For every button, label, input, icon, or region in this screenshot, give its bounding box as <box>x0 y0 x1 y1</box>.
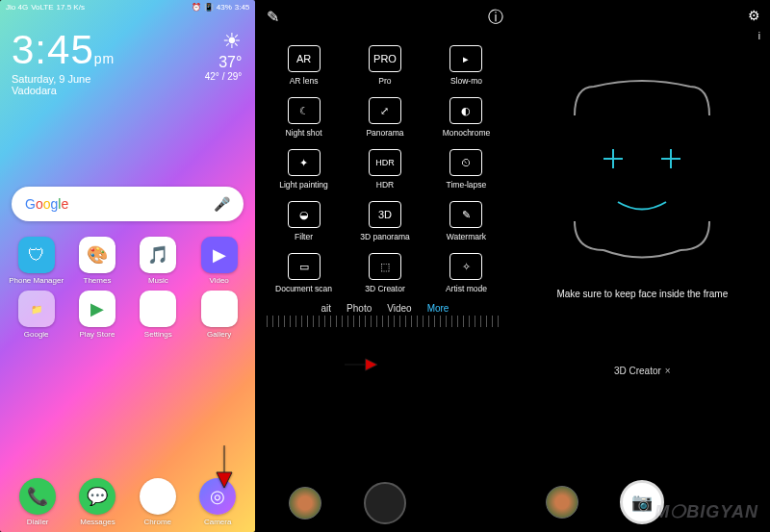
tab-more[interactable]: More <box>427 303 449 314</box>
mode-document-scan[interactable]: ▭Document scan <box>263 253 344 293</box>
clock-ampm: pm <box>94 51 115 66</box>
edit-icon[interactable]: ✎ <box>267 8 279 28</box>
mode-filter[interactable]: ◒Filter <box>263 201 344 241</box>
hdr-icon: HDR <box>369 149 401 176</box>
mode-grid: ARAR lens PROPro ▸Slow-mo ☾Night shot ⤢P… <box>257 36 512 293</box>
dock-dialler[interactable]: 📞Dialler <box>8 478 67 526</box>
mode-light-painting[interactable]: ✦Light painting <box>263 149 344 190</box>
creator-panel: ⚙ i Make sure to keep face inside the fr… <box>515 0 770 532</box>
home-app-grid: 🛡Phone Manager 🎨Themes 🎵Music ▶Video 📁Go… <box>0 221 255 342</box>
mode-badge[interactable]: 3D Creator× <box>515 366 770 376</box>
palette-icon: 🎨 <box>79 237 116 273</box>
shield-icon: 🛡 <box>18 237 55 273</box>
ar-icon: AR <box>288 45 321 72</box>
moon-icon: ☾ <box>288 97 321 124</box>
battery-pct: 43% <box>217 3 232 12</box>
clock-city: Vadodara <box>12 85 244 96</box>
camera-icon: ◎ <box>199 478 236 515</box>
gallery-thumbnail[interactable] <box>546 486 578 519</box>
mode-timelapse[interactable]: ⏲Time-lapse <box>425 149 506 190</box>
app-google-folder[interactable]: 📁Google <box>8 291 64 339</box>
pro-icon: PRO <box>369 45 401 72</box>
app-themes[interactable]: 🎨Themes <box>68 237 125 285</box>
network-label: Jio 4G <box>6 3 28 12</box>
watermark-icon: ✎ <box>449 201 482 228</box>
info-icon[interactable]: i <box>758 31 760 41</box>
status-time: 3:45 <box>235 3 250 12</box>
slowmo-icon: ▸ <box>449 45 482 72</box>
mode-monochrome[interactable]: ◐Monochrome <box>425 97 506 138</box>
shutter-button-disabled <box>364 482 406 524</box>
alarm-icon: ⏰ <box>192 3 201 12</box>
phone-icon: 📞 <box>19 478 56 515</box>
weather-widget[interactable]: ☀ 37° 42° / 29° <box>205 29 243 82</box>
app-play-store[interactable]: ▶Play Store <box>68 291 125 339</box>
mode-artist[interactable]: ✧Artist mode <box>425 253 506 293</box>
info-icon[interactable]: ⓘ <box>488 8 503 28</box>
dock-messages[interactable]: 💬Messages <box>67 478 127 526</box>
app-video[interactable]: ▶Video <box>191 237 247 285</box>
light-icon: ✦ <box>288 149 321 176</box>
weather-temp: 37° <box>205 54 243 71</box>
watermark: M❍BIGYAN <box>654 501 758 522</box>
weather-range: 42° / 29° <box>205 71 243 82</box>
mode-hdr[interactable]: HDRHDR <box>345 149 425 190</box>
hint-text: Make sure to keep face inside the frame <box>515 289 770 299</box>
tab-video[interactable]: Video <box>387 303 411 314</box>
messages-icon: 💬 <box>79 478 116 515</box>
camera-tabs[interactable]: ait Photo Video More <box>257 303 512 314</box>
document-icon: ▭ <box>288 253 321 280</box>
app-music[interactable]: 🎵Music <box>130 237 187 285</box>
monochrome-icon: ◐ <box>449 97 482 124</box>
play-icon: ▶ <box>201 237 238 273</box>
timelapse-icon: ⏲ <box>449 149 482 176</box>
mode-ar-lens[interactable]: ARAR lens <box>263 45 344 86</box>
tab-photo[interactable]: Photo <box>346 303 372 314</box>
settings-icon[interactable]: ⚙ <box>748 8 760 23</box>
app-gallery[interactable]: 🖼Gallery <box>191 291 247 339</box>
home-screen-panel: Jio 4G VoLTE 17.5 K/s ⏰ 📳 43% 3:45 3:45p… <box>0 0 255 532</box>
3d-icon: 3D <box>369 201 401 228</box>
dock: 📞Dialler 💬Messages ◉Chrome ◎Camera <box>0 478 255 526</box>
music-icon: 🎵 <box>140 237 176 273</box>
status-bar: Jio 4G VoLTE 17.5 K/s ⏰ 📳 43% 3:45 <box>0 0 255 13</box>
app-phone-manager[interactable]: 🛡Phone Manager <box>8 237 64 285</box>
face-frame <box>565 77 719 260</box>
mode-3d-panorama[interactable]: 3D3D panorama <box>345 201 425 241</box>
cube-icon: ⬚ <box>369 253 401 280</box>
mode-panorama[interactable]: ⤢Panorama <box>345 97 425 138</box>
sun-icon: ☀ <box>205 29 243 54</box>
filter-icon: ◒ <box>288 201 321 228</box>
vibrate-icon: 📳 <box>204 3 214 12</box>
arrow-annotation-3d-creator <box>345 353 377 376</box>
folder-icon: 📁 <box>18 291 55 327</box>
camera-modes-panel: ✎ ⓘ ARAR lens PROPro ▸Slow-mo ☾Night sho… <box>257 0 512 532</box>
clock-time: 3:45 <box>12 27 94 72</box>
mode-night-shot[interactable]: ☾Night shot <box>263 97 344 138</box>
mode-slowmo[interactable]: ▸Slow-mo <box>425 45 506 86</box>
gear-icon: ⚙ <box>140 291 176 327</box>
speed-label: 17.5 K/s <box>57 3 85 12</box>
google-search-bar[interactable]: Google 🎤 <box>12 187 244 221</box>
mode-watermark[interactable]: ✎Watermark <box>425 201 506 241</box>
gallery-thumbnail[interactable] <box>289 487 321 519</box>
dock-chrome[interactable]: ◉Chrome <box>128 478 188 526</box>
mode-3d-creator[interactable]: ⬚3D Creator <box>345 253 425 293</box>
panorama-icon: ⤢ <box>369 97 401 124</box>
camera-icon: 📷 <box>631 492 653 513</box>
app-settings[interactable]: ⚙Settings <box>130 291 187 339</box>
close-icon[interactable]: × <box>665 366 671 376</box>
tab-portrait-partial[interactable]: ait <box>321 303 332 314</box>
mode-pro[interactable]: PROPro <box>345 45 425 86</box>
mic-icon[interactable]: 🎤 <box>214 196 230 212</box>
gallery-icon: 🖼 <box>201 291 238 327</box>
play-store-icon: ▶ <box>79 291 116 327</box>
volte-label: VoLTE <box>31 3 53 12</box>
tick-slider[interactable] <box>267 316 502 327</box>
artist-icon: ✧ <box>449 253 482 280</box>
dock-camera[interactable]: ◎Camera <box>188 478 247 526</box>
chrome-icon: ◉ <box>140 478 176 515</box>
google-logo: Google <box>25 196 68 212</box>
